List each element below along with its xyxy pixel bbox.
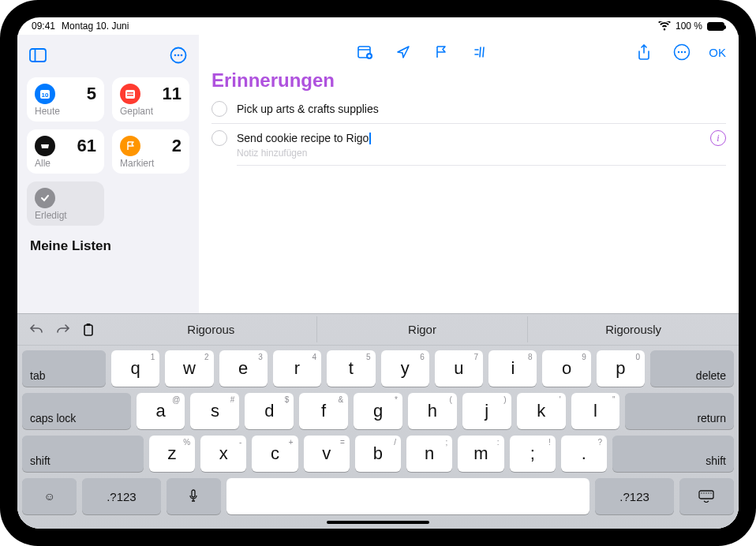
- key-l[interactable]: "l: [571, 393, 620, 429]
- svg-point-3: [174, 54, 177, 57]
- note-placeholder[interactable]: Notiz hinzufügen: [237, 148, 726, 166]
- share-icon[interactable]: [633, 41, 655, 63]
- key-s[interactable]: #s: [190, 393, 239, 429]
- list-title: Erinnerungen: [199, 69, 739, 95]
- ok-button[interactable]: OK: [709, 46, 726, 59]
- svg-rect-9: [127, 92, 133, 94]
- key-o[interactable]: 9o: [542, 350, 590, 387]
- inbox-icon: [35, 136, 55, 156]
- key-u[interactable]: 7u: [435, 350, 483, 387]
- key-h[interactable]: (h: [408, 393, 457, 429]
- svg-text:10: 10: [42, 92, 49, 99]
- text-cursor: [369, 133, 371, 144]
- suggestion-1[interactable]: Rigorous: [106, 316, 317, 342]
- suggestion-2[interactable]: Rigor: [317, 316, 529, 342]
- sidebar-card-scheduled[interactable]: 11 Geplant: [112, 77, 189, 122]
- key-v[interactable]: =v: [304, 436, 350, 472]
- svg-rect-10: [127, 95, 133, 96]
- svg-point-17: [684, 51, 686, 53]
- svg-rect-20: [192, 490, 195, 497]
- suggestion-3[interactable]: Rigorously: [528, 316, 739, 342]
- key-z[interactable]: %z: [149, 436, 195, 472]
- sidebar-card-flagged[interactable]: 2 Markiert: [112, 129, 189, 174]
- svg-rect-21: [699, 491, 713, 499]
- key-w[interactable]: 2w: [165, 350, 213, 387]
- svg-point-23: [704, 492, 705, 493]
- undo-icon[interactable]: [28, 323, 44, 337]
- sidebar-card-completed[interactable]: Erledigt: [27, 181, 104, 226]
- svg-point-16: [681, 51, 683, 53]
- key-p[interactable]: 0p: [597, 350, 645, 387]
- key-dictation[interactable]: [167, 478, 221, 514]
- status-date: Montag 10. Juni: [62, 21, 129, 32]
- key-n[interactable]: ;n: [406, 436, 452, 472]
- scheduled-count: 11: [163, 84, 182, 104]
- home-indicator[interactable]: [327, 521, 429, 524]
- status-time: 09:41: [32, 21, 55, 32]
- key-space[interactable]: [226, 478, 589, 514]
- flagged-label: Markiert: [120, 158, 182, 169]
- key-numsym-right[interactable]: .?123: [595, 478, 674, 514]
- flagged-count: 2: [172, 136, 182, 156]
- flag-toolbar-icon[interactable]: [430, 41, 452, 63]
- svg-point-25: [709, 492, 709, 493]
- sidebar-card-all[interactable]: 61 Alle: [27, 129, 104, 174]
- key-y[interactable]: 6y: [381, 350, 429, 387]
- reminder-item[interactable]: Pick up arts & crafts supplies: [211, 95, 726, 124]
- svg-rect-18: [84, 325, 92, 335]
- key-shift-left[interactable]: shift: [22, 436, 144, 472]
- today-count: 5: [87, 84, 96, 104]
- more-button[interactable]: [167, 44, 189, 66]
- flag-icon: [120, 136, 140, 156]
- scheduled-icon: [120, 84, 140, 104]
- key-a[interactable]: @a: [137, 393, 185, 429]
- clipboard-icon[interactable]: [82, 323, 95, 337]
- on-screen-keyboard: Rigorous Rigor Rigorously tab 1q2w3e4r5t…: [17, 313, 739, 529]
- key-numsym-left[interactable]: .?123: [82, 478, 161, 514]
- key-.[interactable]: ?.: [561, 436, 607, 472]
- key-tab[interactable]: tab: [22, 350, 106, 387]
- key-i[interactable]: 8i: [488, 350, 537, 387]
- wifi-icon: [658, 21, 671, 31]
- scheduled-label: Geplant: [120, 106, 182, 117]
- key-e[interactable]: 3e: [219, 350, 268, 387]
- tag-icon[interactable]: [468, 41, 490, 63]
- calendar-icon: 10: [35, 84, 55, 104]
- key-;[interactable]: !;: [510, 436, 556, 472]
- svg-point-22: [702, 492, 702, 493]
- key-c[interactable]: +c: [252, 436, 298, 472]
- key-capslock[interactable]: caps lock: [22, 393, 131, 429]
- key-emoji[interactable]: ☺: [22, 478, 77, 514]
- more-toolbar-icon[interactable]: [671, 41, 693, 63]
- key-shift-right[interactable]: shift: [612, 436, 734, 472]
- reminder-text-editing[interactable]: Send cookie recipe to Rigo: [237, 132, 371, 144]
- key-f[interactable]: &f: [299, 393, 348, 429]
- key-q[interactable]: 1q: [111, 350, 159, 387]
- svg-point-26: [711, 492, 712, 493]
- key-x[interactable]: -x: [200, 436, 246, 472]
- complete-toggle[interactable]: [211, 130, 227, 146]
- key-t[interactable]: 5t: [327, 350, 375, 387]
- key-hide-keyboard[interactable]: [679, 478, 734, 514]
- location-icon[interactable]: [392, 41, 414, 63]
- complete-toggle[interactable]: [211, 101, 227, 117]
- key-delete[interactable]: delete: [650, 350, 734, 387]
- key-k[interactable]: 'k: [517, 393, 566, 429]
- key-b[interactable]: /b: [355, 436, 401, 472]
- key-m[interactable]: :m: [458, 436, 503, 472]
- svg-rect-8: [125, 90, 135, 99]
- sidebar-toggle-button[interactable]: [27, 44, 49, 66]
- battery-icon: [707, 22, 724, 31]
- reminder-text[interactable]: Pick up arts & crafts supplies: [237, 103, 379, 115]
- info-button[interactable]: i: [710, 130, 726, 146]
- sidebar-card-today[interactable]: 10 5 Heute: [27, 77, 104, 122]
- redo-icon[interactable]: [55, 323, 71, 337]
- calendar-add-icon[interactable]: [354, 41, 376, 63]
- svg-point-15: [678, 51, 679, 53]
- key-g[interactable]: *g: [354, 393, 402, 429]
- key-d[interactable]: $d: [245, 393, 294, 429]
- key-return[interactable]: return: [625, 393, 734, 429]
- all-count: 61: [77, 136, 96, 156]
- key-j[interactable]: )j: [462, 393, 511, 429]
- key-r[interactable]: 4r: [273, 350, 321, 387]
